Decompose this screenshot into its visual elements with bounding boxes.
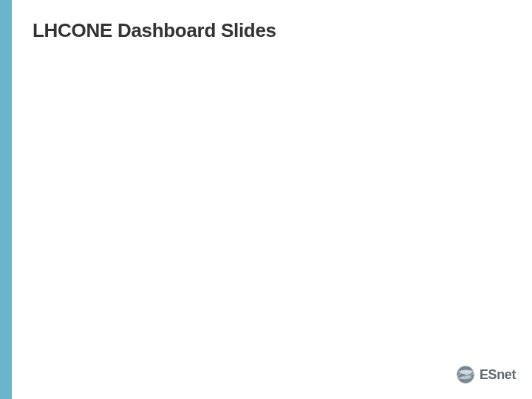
brand-logo: ESnet bbox=[456, 365, 516, 384]
slide-title: LHCONE Dashboard Slides bbox=[33, 19, 276, 42]
esnet-globe-icon bbox=[456, 365, 475, 384]
brand-logo-text: ESnet bbox=[480, 367, 516, 383]
accent-left-bar bbox=[0, 0, 12, 399]
